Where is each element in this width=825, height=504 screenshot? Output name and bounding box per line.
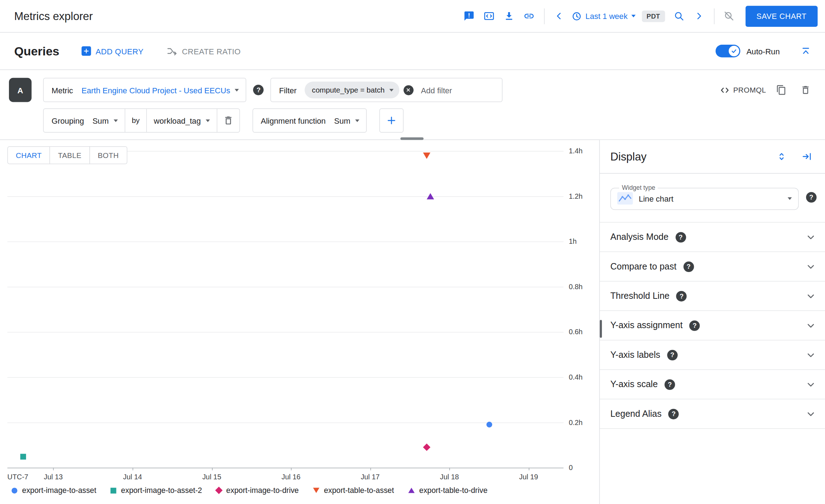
chart-plot[interactable] bbox=[8, 151, 564, 468]
filter-chip[interactable]: compute_type = batch bbox=[305, 81, 399, 98]
help-icon[interactable]: ? bbox=[667, 350, 677, 360]
data-point-export-image-to-asset[interactable] bbox=[486, 422, 492, 428]
delete-grouping-button[interactable] bbox=[219, 112, 237, 129]
download-button[interactable] bbox=[499, 6, 519, 26]
section-y-axis-labels[interactable]: Y-axis labels ? bbox=[600, 340, 825, 370]
panel-scrollbar[interactable] bbox=[600, 320, 602, 338]
legend-item-export-image-to-asset-2[interactable]: export-image-to-asset-2 bbox=[110, 486, 202, 495]
feedback-button[interactable] bbox=[459, 6, 479, 26]
widget-type-field[interactable]: Widget type Line chart bbox=[610, 184, 799, 210]
query-builder: A Metric Earth Engine Cloud Project - Us… bbox=[0, 70, 825, 140]
widget-type-label: Widget type bbox=[619, 184, 658, 192]
resize-handle[interactable] bbox=[400, 137, 423, 140]
chevron-down-icon[interactable] bbox=[805, 408, 816, 419]
legend-item-export-image-to-drive[interactable]: export-image-to-drive bbox=[216, 486, 299, 495]
clock-icon bbox=[571, 11, 582, 21]
time-back-button[interactable] bbox=[549, 6, 569, 26]
legend-item-export-table-to-drive[interactable]: export-table-to-drive bbox=[408, 486, 488, 495]
view-tabs: CHARTTABLEBOTH bbox=[8, 146, 127, 164]
help-icon[interactable]: ? bbox=[665, 379, 675, 390]
help-icon[interactable]: ? bbox=[690, 320, 700, 331]
duplicate-query-button[interactable] bbox=[772, 81, 790, 99]
time-forward-button[interactable] bbox=[689, 6, 709, 26]
share-link-button[interactable] bbox=[519, 6, 539, 26]
view-tab-both[interactable]: BOTH bbox=[89, 146, 127, 164]
grouping-value: Sum bbox=[93, 116, 109, 125]
time-range-selector[interactable]: Last 1 week bbox=[569, 11, 637, 21]
chevron-right-icon bbox=[693, 10, 705, 21]
timezone-badge: PDT bbox=[642, 10, 665, 22]
save-chart-button[interactable]: SAVE CHART bbox=[745, 5, 817, 26]
section-compare-to-past[interactable]: Compare to past ? bbox=[600, 252, 825, 281]
chevron-down-icon[interactable] bbox=[805, 379, 816, 390]
alignment-dropdown[interactable]: Sum bbox=[334, 116, 366, 125]
header-actions: Last 1 week PDT SAVE CHART bbox=[459, 5, 818, 26]
download-icon bbox=[504, 10, 515, 21]
auto-run-toggle[interactable] bbox=[715, 45, 740, 57]
chevron-down-icon[interactable] bbox=[805, 231, 816, 243]
chevron-down-icon bbox=[389, 89, 394, 91]
copy-icon bbox=[776, 85, 786, 95]
x-axis-tickmark bbox=[291, 468, 291, 470]
delete-query-button[interactable] bbox=[797, 81, 815, 99]
page-title: Metrics explorer bbox=[14, 10, 93, 22]
chevron-down-icon[interactable] bbox=[805, 349, 816, 361]
zoom-disabled-button[interactable] bbox=[719, 6, 739, 26]
collapse-queries-button[interactable] bbox=[796, 41, 816, 61]
code-editor-button[interactable] bbox=[479, 6, 499, 26]
add-step-button[interactable] bbox=[379, 108, 404, 133]
legend-item-export-image-to-asset[interactable]: export-image-to-asset bbox=[11, 486, 96, 495]
data-point-export-image-to-drive[interactable] bbox=[423, 444, 430, 451]
grouping-dropdown[interactable]: Sum bbox=[92, 116, 124, 125]
auto-run-control: Auto-Run bbox=[715, 41, 815, 61]
legend-label: export-table-to-asset bbox=[324, 486, 394, 495]
x-axis-tickmark bbox=[370, 468, 371, 470]
legend-swatch bbox=[215, 486, 223, 494]
widget-type-help-icon[interactable]: ? bbox=[806, 192, 816, 202]
promql-button[interactable]: PROMQL bbox=[720, 85, 766, 95]
widget-type-value: Line chart bbox=[639, 194, 673, 203]
section-label: Y-axis assignment bbox=[610, 320, 682, 331]
help-icon[interactable]: ? bbox=[668, 409, 679, 419]
zoom-search-button[interactable] bbox=[669, 6, 689, 26]
collapse-panel-button[interactable] bbox=[797, 147, 817, 167]
chevron-down-icon[interactable] bbox=[805, 320, 816, 331]
help-icon[interactable]: ? bbox=[675, 232, 686, 242]
help-icon[interactable]: ? bbox=[676, 291, 687, 301]
auto-run-label: Auto-Run bbox=[746, 46, 780, 55]
create-ratio-button[interactable]: CREATE RATIO bbox=[167, 46, 241, 56]
x-axis-tickmark bbox=[529, 468, 529, 470]
section-analysis-mode[interactable]: Analysis Mode ? bbox=[600, 223, 825, 252]
view-tab-table[interactable]: TABLE bbox=[50, 146, 90, 164]
chevron-down-icon[interactable] bbox=[805, 290, 816, 302]
chevron-down-icon bbox=[355, 119, 359, 122]
y-axis-tick-label: 1h bbox=[569, 238, 577, 246]
divider bbox=[714, 8, 714, 24]
chevron-down-icon[interactable] bbox=[805, 261, 816, 272]
view-tab-chart[interactable]: CHART bbox=[8, 146, 50, 164]
legend-item-export-table-to-asset[interactable]: export-table-to-asset bbox=[313, 486, 394, 495]
x-axis-tickmark bbox=[133, 468, 133, 470]
help-icon[interactable]: ? bbox=[683, 261, 694, 272]
filter-label: Filter bbox=[271, 85, 305, 94]
skip-to-end-icon bbox=[801, 151, 812, 162]
metric-dropdown[interactable]: Earth Engine Cloud Project - Used EECUs bbox=[81, 85, 246, 94]
widget-type-dropdown[interactable]: Line chart bbox=[617, 192, 792, 204]
data-point-export-table-to-drive[interactable] bbox=[427, 193, 434, 199]
section-legend-alias[interactable]: Legend Alias ? bbox=[600, 399, 825, 429]
remove-filter-button[interactable] bbox=[404, 85, 414, 95]
section-y-axis-assignment[interactable]: Y-axis assignment ? bbox=[600, 311, 825, 340]
add-filter-input[interactable] bbox=[414, 85, 502, 94]
alignment-value: Sum bbox=[334, 116, 350, 125]
data-point-export-table-to-asset[interactable] bbox=[423, 152, 430, 159]
zoom-disabled-icon bbox=[723, 10, 735, 21]
section-y-axis-scale[interactable]: Y-axis scale ? bbox=[600, 370, 825, 399]
filter-box: Filter compute_type = batch bbox=[271, 78, 502, 102]
data-point-export-image-to-asset-2[interactable] bbox=[20, 454, 26, 459]
section-threshold-line[interactable]: Threshold Line ? bbox=[600, 281, 825, 311]
add-query-button[interactable]: ADD QUERY bbox=[81, 46, 144, 56]
create-ratio-icon bbox=[167, 46, 177, 56]
expand-all-button[interactable] bbox=[771, 147, 791, 167]
group-by-field-dropdown[interactable]: workload_tag bbox=[147, 116, 217, 125]
metric-help-icon[interactable]: ? bbox=[253, 85, 264, 95]
